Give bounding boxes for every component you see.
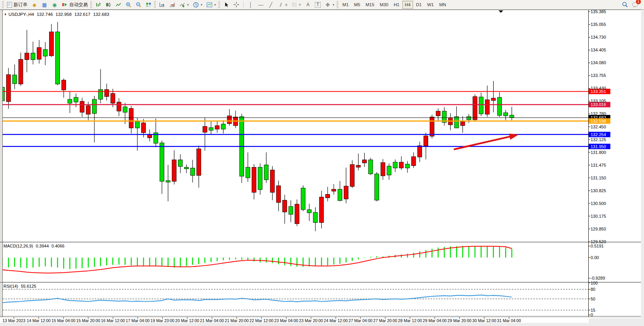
svg-text:130.500: 130.500 bbox=[591, 201, 606, 206]
svg-text:131.475: 131.475 bbox=[591, 163, 606, 167]
crosshair-icon bbox=[233, 2, 239, 8]
channel-button[interactable]: ⫽E bbox=[276, 0, 289, 9]
ohlc-open: 132.746 bbox=[37, 12, 53, 17]
templates-button[interactable]: ▾ bbox=[204, 0, 218, 9]
svg-text:50: 50 bbox=[591, 297, 595, 301]
trendline-button[interactable]: ╱ bbox=[266, 0, 276, 9]
tab-timeframe-w1[interactable]: W1 bbox=[424, 1, 436, 9]
line-chart-button[interactable] bbox=[113, 0, 123, 9]
ohlc-low: 132.617 bbox=[74, 12, 91, 17]
periods-button[interactable]: ▾ bbox=[191, 0, 204, 9]
arrow-objects-icon: ✤ bbox=[325, 2, 331, 8]
toolbar: 新订单 ◆ ▦ ◉ 自动交易 ▾ ▾ ▾ │ — ╱ ⫽E F A bbox=[0, 0, 644, 10]
window-left-edge bbox=[0, 10, 2, 317]
toolbar-grip[interactable] bbox=[2, 1, 4, 8]
notifications-button[interactable]: 1 bbox=[630, 0, 640, 9]
equidistant-channel-icon: ⫽ bbox=[278, 2, 284, 8]
toolbar-grip[interactable] bbox=[218, 1, 220, 8]
rsi-value: 55.6125 bbox=[21, 284, 36, 288]
chevron-down-icon: ▾ bbox=[187, 3, 189, 7]
candlestick-button[interactable] bbox=[103, 0, 113, 9]
line-chart-icon bbox=[115, 2, 121, 8]
bar-chart-button[interactable] bbox=[93, 0, 103, 9]
gold-diamond-icon: ◆ bbox=[31, 2, 38, 8]
svg-text:130.825: 130.825 bbox=[591, 188, 606, 193]
tile-windows-button[interactable] bbox=[143, 0, 154, 9]
price-tag: 132.598 bbox=[589, 118, 610, 124]
crosshair-button[interactable] bbox=[231, 0, 241, 9]
auto-trading-button[interactable]: 自动交易 bbox=[60, 0, 90, 9]
chart-shift-button[interactable] bbox=[167, 0, 177, 9]
svg-text:29 Mar 04:00: 29 Mar 04:00 bbox=[423, 318, 447, 323]
svg-text:129.850: 129.850 bbox=[591, 227, 606, 231]
chart-title-bar[interactable]: ▼USDJPY-,H4132.746132.958132.617132.683 bbox=[4, 12, 109, 17]
svg-text:22 Mar 12:00: 22 Mar 12:00 bbox=[249, 318, 273, 323]
zoom-in-button[interactable] bbox=[123, 0, 133, 9]
candle[interactable] bbox=[430, 114, 434, 138]
rsi-indicator-label: RSI(14)55.6125 bbox=[3, 284, 36, 288]
new-order-button[interactable]: 新订单 bbox=[5, 0, 29, 9]
macd-indicator-label: MACD(12,26,9)0.39440.4066 bbox=[3, 244, 65, 248]
tab-timeframe-m5[interactable]: M5 bbox=[351, 1, 363, 9]
collapse-triangle-icon[interactable]: ▼ bbox=[4, 13, 7, 16]
text-label-icon: T bbox=[315, 2, 321, 8]
indicators-button[interactable]: ▾ bbox=[177, 0, 191, 9]
time-axis[interactable]: 13 Mar 202314 Mar 12:0015 Mar 04:0015 Ma… bbox=[3, 317, 521, 323]
svg-text:0: 0 bbox=[591, 312, 593, 317]
toolbar-grip[interactable] bbox=[337, 1, 338, 8]
cursor-button[interactable] bbox=[221, 0, 231, 9]
vertical-line-button[interactable]: │ bbox=[246, 0, 256, 9]
svg-text:131.150: 131.150 bbox=[591, 176, 606, 180]
svg-text:134.405: 134.405 bbox=[591, 48, 606, 52]
tab-timeframe-d1[interactable]: D1 bbox=[413, 1, 424, 9]
chart-canvas[interactable]: 133.351133.016132.683132.598132.254131.9… bbox=[0, 0, 644, 326]
trendline-icon: ╱ bbox=[268, 2, 274, 8]
chart-template-icon bbox=[206, 2, 212, 8]
tab-timeframe-m15[interactable]: M15 bbox=[363, 1, 377, 9]
tab-timeframe-m30[interactable]: M30 bbox=[377, 1, 391, 9]
search-button[interactable] bbox=[620, 0, 630, 9]
svg-text:132.450: 132.450 bbox=[591, 125, 606, 129]
candle[interactable] bbox=[369, 158, 373, 175]
svg-text:135.385: 135.385 bbox=[591, 9, 606, 14]
svg-text:23 Mar 20:00: 23 Mar 20:00 bbox=[299, 318, 323, 323]
bar-chart-icon bbox=[95, 2, 101, 8]
signal-icon: ◉ bbox=[51, 2, 58, 8]
svg-text:17 Mar 04:00: 17 Mar 04:00 bbox=[126, 318, 150, 323]
tab-timeframe-mn[interactable]: MN bbox=[436, 1, 449, 9]
candle[interactable] bbox=[350, 160, 354, 188]
horizontal-line-button[interactable]: — bbox=[256, 0, 266, 9]
svg-text:131.800: 131.800 bbox=[591, 150, 606, 155]
svg-text:27 Mar 20:00: 27 Mar 20:00 bbox=[373, 318, 397, 323]
zoom-out-button[interactable] bbox=[133, 0, 143, 9]
svg-text:100: 100 bbox=[591, 281, 598, 285]
auto-scroll-button[interactable] bbox=[157, 0, 167, 9]
status-strip bbox=[0, 323, 644, 326]
chevron-down-icon: ▾ bbox=[333, 3, 334, 7]
toolbar-grip[interactable] bbox=[90, 1, 92, 8]
candle[interactable] bbox=[375, 172, 379, 201]
tile-windows-icon bbox=[145, 2, 152, 8]
fibonacci-button[interactable]: F bbox=[289, 0, 303, 9]
candle[interactable] bbox=[301, 185, 305, 211]
ohlc-close: 132.683 bbox=[93, 12, 109, 17]
text-button[interactable]: A bbox=[303, 0, 313, 9]
ohlc-high: 132.958 bbox=[56, 12, 72, 17]
tab-timeframe-m1[interactable]: M1 bbox=[340, 1, 351, 9]
candle[interactable] bbox=[239, 114, 244, 183]
chevron-down-icon: ▾ bbox=[201, 3, 202, 7]
arrows-button[interactable]: ✤▾ bbox=[323, 0, 336, 9]
svg-text:134.080: 134.080 bbox=[591, 60, 606, 65]
signals-button[interactable]: ◉ bbox=[50, 0, 60, 9]
tab-timeframe-h1[interactable]: H1 bbox=[391, 1, 402, 9]
svg-text:15: 15 bbox=[591, 308, 595, 312]
text-label-button[interactable]: T bbox=[313, 0, 323, 9]
toolbar-grip[interactable] bbox=[154, 1, 156, 8]
tab-timeframe-h4[interactable]: H4 bbox=[402, 1, 413, 9]
svg-text:16 Mar 12:00: 16 Mar 12:00 bbox=[101, 318, 125, 323]
svg-text:131.950: 131.950 bbox=[591, 144, 606, 149]
market-watch-button[interactable]: ◆ bbox=[29, 0, 39, 9]
svg-text:135.055: 135.055 bbox=[591, 22, 606, 27]
terminal-button[interactable]: ▦ bbox=[39, 0, 50, 9]
cursor-arrow-icon bbox=[223, 2, 229, 8]
